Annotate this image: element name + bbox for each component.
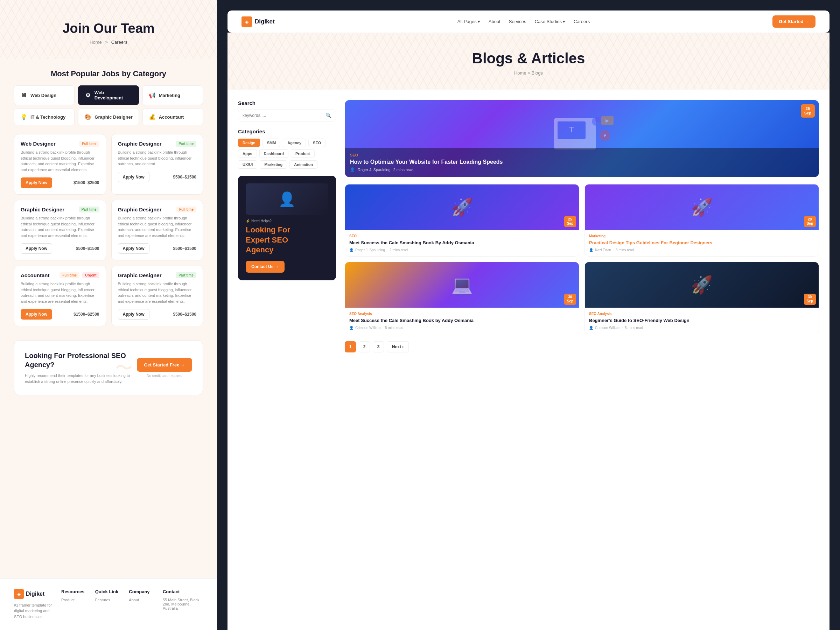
categories-label: Categories xyxy=(238,128,336,134)
cat-tag-seo[interactable]: SEO xyxy=(308,139,325,147)
articles-grid: 🚀 25 Sep SEO Meet Success the Cale Smash… xyxy=(345,184,819,334)
cat-tab-graphic-design[interactable]: 🎨 Graphic Designer xyxy=(78,109,139,125)
article-card-1[interactable]: 🚀 28 Sep Marketing Practical Design Tips… xyxy=(584,184,819,257)
job-card-0: Web Designer Full time Building a strong… xyxy=(14,134,106,194)
cat-tab-web-design[interactable]: 🖥 Web Design xyxy=(14,85,74,105)
featured-author: Roger J. Spaulding xyxy=(358,167,391,172)
job-desc-0: Building a strong backlink profile throu… xyxy=(21,150,99,172)
nav-link-services[interactable]: Services xyxy=(509,19,526,24)
page-next-btn[interactable]: Next › xyxy=(387,341,409,352)
job-footer-5: Apply Now $500–$1500 xyxy=(118,309,197,319)
apply-btn-3[interactable]: Apply Now xyxy=(118,243,150,254)
cta-btn[interactable]: Get Started Free → xyxy=(137,358,192,372)
article-card-3[interactable]: 🚀 30 Sep SEO Analysis Beginner's Guide t… xyxy=(584,262,819,334)
footer-link-features[interactable]: Features xyxy=(95,598,122,602)
article-img-icon-3: 🚀 xyxy=(691,275,713,295)
cta-section: Looking For Professional SEO Agency? Hig… xyxy=(14,340,203,395)
cat-tab-label-web-dev: Web Development xyxy=(95,90,133,101)
article-title-1: Practical Design Tips Guidelines For Beg… xyxy=(589,240,815,246)
job-badge-2: Part time xyxy=(79,207,99,212)
accountant-icon: 💰 xyxy=(148,113,156,121)
nav-link-careers[interactable]: Careers xyxy=(574,19,590,24)
article-card-2[interactable]: 💻 30 Sep SEO Analysis Meet Success the C… xyxy=(345,262,579,334)
apply-btn-4[interactable]: Apply Now xyxy=(21,309,52,319)
featured-date-badge: 25 Sep xyxy=(801,104,815,118)
article-meta-0: 👤 Roger J. Spaulding · 2 mins read xyxy=(349,248,575,252)
cat-tag-design[interactable]: Design xyxy=(238,139,260,147)
job-badges-4: Full time Urgent xyxy=(60,272,99,278)
salary-3: $500–$1500 xyxy=(173,246,196,251)
nav-link-all-pages[interactable]: All Pages ▾ xyxy=(458,19,480,24)
cat-tab-it-tech[interactable]: 💡 IT & Technology xyxy=(14,109,74,125)
nav-link-about[interactable]: About xyxy=(489,19,501,24)
salary-1: $500–$1500 xyxy=(173,175,196,180)
article-card-0[interactable]: 🚀 25 Sep SEO Meet Success the Cale Smash… xyxy=(345,184,579,257)
article-body-3: SEO Analysis Beginner's Guide to SEO-Fri… xyxy=(585,308,819,334)
cat-tag-marketing[interactable]: Marketing xyxy=(260,160,287,169)
job-card-2: Graphic Designer Part time Building a st… xyxy=(14,200,106,261)
jobs-section: Most Popular Jobs by Category 🖥 Web Desi… xyxy=(0,59,217,337)
job-desc-5: Building a strong backlink profile throu… xyxy=(118,281,197,304)
cat-tag-uxui[interactable]: UX/UI xyxy=(238,160,257,169)
cat-tag-animation[interactable]: Animation xyxy=(289,160,317,169)
article-title-0: Meet Success the Cale Smashing Book By A… xyxy=(349,240,575,246)
cat-tag-product[interactable]: Product xyxy=(291,150,315,158)
cat-tag-apps[interactable]: Apps xyxy=(238,150,257,158)
job-title-5: Graphic Designer xyxy=(118,272,162,278)
job-title-4: Accountant xyxy=(21,272,50,278)
footer-link-about[interactable]: About xyxy=(129,598,156,602)
footer-brand-icon: ◈ xyxy=(14,589,24,599)
svg-rect-4 xyxy=(557,145,572,147)
job-footer-3: Apply Now $500–$1500 xyxy=(118,243,197,254)
page-btn-2[interactable]: 2 xyxy=(359,341,370,352)
cat-tag-agency[interactable]: Agency xyxy=(283,139,306,147)
job-badge-1: Part time xyxy=(176,141,196,147)
salary-5: $500–$1500 xyxy=(173,312,196,317)
footer-link-product[interactable]: Product xyxy=(61,598,88,602)
cat-tab-web-dev[interactable]: ⚙ Web Development xyxy=(78,85,139,105)
footer-brand-desc: #1 framer template for digital marketing… xyxy=(14,602,54,620)
web-dev-icon: ⚙ xyxy=(84,92,92,99)
apply-btn-0[interactable]: Apply Now xyxy=(21,177,52,188)
article-tag-0: SEO xyxy=(349,234,575,238)
apply-btn-5[interactable]: Apply Now xyxy=(118,309,150,319)
ad-person-image: 👤 xyxy=(246,183,328,215)
search-icon[interactable]: 🔍 xyxy=(325,113,332,118)
footer-contact-title: Contact xyxy=(163,589,203,594)
footer-quicklink-title: Quick Link xyxy=(95,589,122,594)
search-input[interactable] xyxy=(243,113,325,118)
pagination: 1 2 3 Next › xyxy=(345,341,819,352)
article-title-2: Meet Success the Cale Smashing Book by A… xyxy=(349,317,575,324)
article-body-0: SEO Meet Success the Cale Smashing Book … xyxy=(345,230,579,256)
cat-tab-accountant[interactable]: 💰 Accountant xyxy=(142,109,203,125)
cat-tag-dashboard[interactable]: Dashboard xyxy=(259,150,288,158)
cat-tab-marketing[interactable]: 📢 Marketing xyxy=(142,85,203,105)
nav-link-case-studies[interactable]: Case Studies ▾ xyxy=(535,19,565,24)
ad-contact-btn[interactable]: Contact Us → xyxy=(246,261,284,273)
nav-get-started-btn[interactable]: Get Started → xyxy=(772,16,815,28)
page-btn-3[interactable]: 3 xyxy=(373,341,384,352)
job-footer-2: Apply Now $500–$1500 xyxy=(21,243,99,254)
featured-title: How to Optimize Your Website for Faster … xyxy=(350,159,814,165)
article-img-0: 🚀 25 Sep xyxy=(345,185,579,230)
cta-decoration-icon: 〜 xyxy=(115,356,133,379)
it-tech-icon: 💡 xyxy=(20,113,28,121)
cat-tab-label-web-design: Web Design xyxy=(30,93,56,98)
apply-btn-2[interactable]: Apply Now xyxy=(21,243,52,254)
breadcrumb: Home > Careers xyxy=(14,39,203,45)
article-body-2: SEO Analysis Meet Success the Cale Smash… xyxy=(345,308,579,334)
breadcrumb-home[interactable]: Home xyxy=(90,39,102,45)
blog-breadcrumb-home[interactable]: Home xyxy=(514,70,526,76)
job-card-header-2: Graphic Designer Part time xyxy=(21,207,99,212)
page-btn-1[interactable]: 1 xyxy=(345,341,356,352)
footer: ◈ Digiket #1 framer template for digital… xyxy=(0,578,217,630)
marketing-icon: 📢 xyxy=(148,92,156,99)
featured-article[interactable]: T ▶ ♥ xyxy=(345,100,819,177)
apply-btn-1[interactable]: Apply Now xyxy=(118,172,150,182)
svg-text:♥: ♥ xyxy=(603,133,606,138)
job-desc-2: Building a strong backlink profile throu… xyxy=(21,215,99,238)
category-tags-sidebar: Design SMM Agency SEO Apps Dashboard Pro… xyxy=(238,139,336,169)
jobs-section-title: Most Popular Jobs by Category xyxy=(14,69,203,78)
blog-hero: Blogs & Articles Home > Blogs xyxy=(227,33,829,90)
cat-tag-smm[interactable]: SMM xyxy=(262,139,281,147)
